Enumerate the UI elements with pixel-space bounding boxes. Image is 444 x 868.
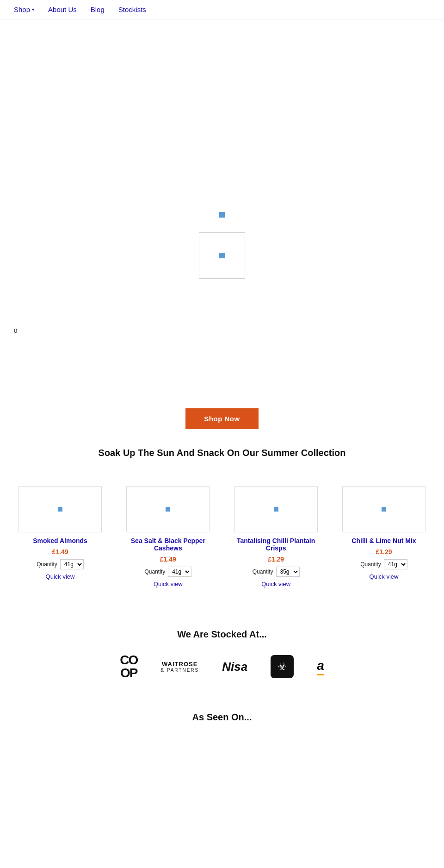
coop-logo-bottom: OP [120, 667, 137, 680]
as-seen-on-title: As Seen On... [9, 712, 435, 723]
quick-view-1[interactable]: Quick view [154, 581, 183, 587]
qty-label-1: Quantity [144, 568, 165, 575]
product-qty-row-1: Quantity 41g [144, 567, 191, 577]
qty-select-1[interactable]: 41g [168, 567, 191, 577]
product-image-0 [18, 486, 102, 532]
product-qty-row-2: Quantity 35g [253, 567, 300, 577]
qty-label-2: Quantity [253, 568, 273, 575]
nav-about[interactable]: About Us [48, 6, 77, 13]
hero-counter: 0 [14, 327, 17, 334]
product-card-0: Smoked Almonds £1.49 Quantity 41g Quick … [9, 481, 111, 592]
nav-shop[interactable]: Shop ▾ [14, 6, 34, 13]
product-price-0: £1.49 [52, 548, 68, 556]
coop-logo-top: CO [120, 654, 137, 667]
waitrose-name: WAITROSE [160, 661, 199, 668]
product-img-dot-0 [58, 507, 62, 512]
chevron-down-icon: ▾ [32, 7, 34, 12]
stockists-title: We Are Stocked At... [9, 629, 435, 640]
nav-stockists[interactable]: Stockists [118, 6, 146, 13]
hero-section: 0 [0, 19, 444, 399]
product-card-2: Tantalising Chilli Plantain Crisps £1.29… [225, 481, 327, 592]
product-img-dot-2 [274, 507, 278, 512]
product-title-3: Chilli & Lime Nut Mix [352, 537, 416, 544]
hero-image-icon-top [219, 212, 225, 218]
amazon-text: a [317, 658, 324, 673]
quick-view-2[interactable]: Quick view [261, 581, 290, 587]
hero-product-image [199, 232, 245, 279]
coop-logo: CO OP [120, 654, 137, 680]
shop-now-button[interactable]: Shop Now [185, 408, 258, 429]
product-title-2: Tantalising Chilli Plantain Crisps [230, 537, 322, 552]
quick-view-3[interactable]: Quick view [370, 573, 399, 580]
stockists-section: We Are Stocked At... CO OP WAITROSE & PA… [0, 611, 444, 689]
product-card-3: Chilli & Lime Nut Mix £1.29 Quantity 41g… [333, 481, 435, 592]
product-title-0: Smoked Almonds [33, 537, 87, 544]
qty-select-0[interactable]: 41g [60, 559, 84, 569]
nisa-logo: Nisa [222, 660, 247, 674]
shop-now-section: Shop Now [0, 399, 444, 443]
qty-label-3: Quantity [360, 561, 381, 568]
tagline: Soak Up The Sun And Snack On Our Summer … [0, 443, 444, 477]
product-image-1 [126, 486, 210, 532]
product-card-1: Sea Salt & Black Pepper Cashews £1.49 Qu… [117, 481, 219, 592]
amazon-logo: a [317, 658, 324, 675]
product-img-dot-1 [166, 507, 170, 512]
product-title-1: Sea Salt & Black Pepper Cashews [122, 537, 214, 552]
waitrose-logo: WAITROSE & PARTNERS [160, 661, 199, 673]
product-image-2 [234, 486, 318, 532]
product-image-3 [342, 486, 426, 532]
stockists-logos: CO OP WAITROSE & PARTNERS Nisa ☣ a [9, 654, 435, 680]
ocado-icon: ☣ [278, 661, 287, 673]
product-qty-row-0: Quantity 41g [37, 559, 84, 569]
qty-select-2[interactable]: 35g [276, 567, 300, 577]
waitrose-partners: & PARTNERS [160, 668, 199, 673]
product-price-1: £1.49 [160, 556, 176, 563]
nav-blog[interactable]: Blog [91, 6, 105, 13]
qty-label-0: Quantity [37, 561, 57, 568]
product-img-dot-3 [382, 507, 386, 512]
hero-image-icon-mid [219, 253, 225, 258]
navigation: Shop ▾ About Us Blog Stockists [0, 0, 444, 19]
products-section: Smoked Almonds £1.49 Quantity 41g Quick … [0, 477, 444, 611]
qty-select-3[interactable]: 41g [384, 559, 407, 569]
ocado-logo: ☣ [271, 655, 294, 678]
products-grid: Smoked Almonds £1.49 Quantity 41g Quick … [9, 481, 435, 592]
product-price-3: £1.29 [376, 548, 392, 556]
product-qty-row-3: Quantity 41g [360, 559, 407, 569]
nav-shop-label: Shop [14, 6, 30, 13]
product-price-2: £1.29 [268, 556, 284, 563]
quick-view-0[interactable]: Quick view [46, 573, 75, 580]
as-seen-on-section: As Seen On... [0, 689, 444, 732]
